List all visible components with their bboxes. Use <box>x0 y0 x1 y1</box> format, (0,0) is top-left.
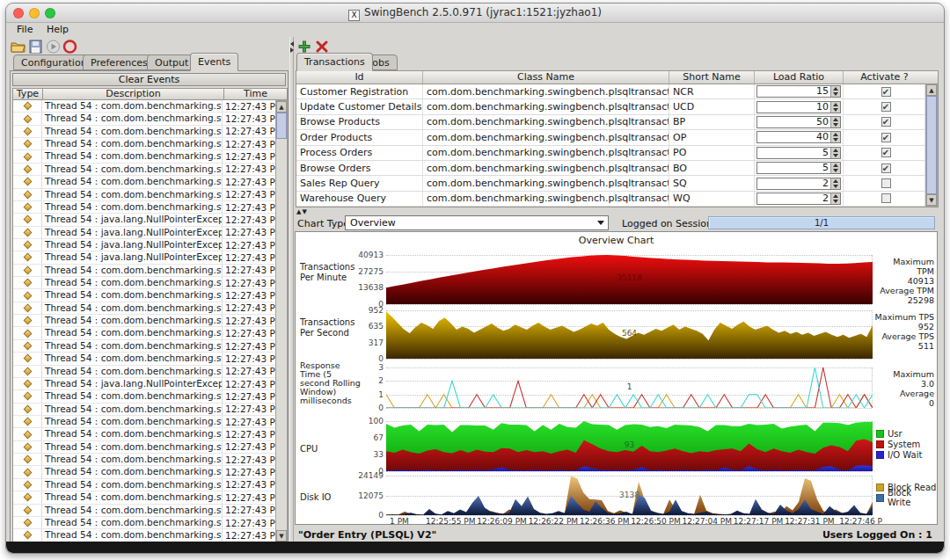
horizontal-splitter-arrows[interactable]: ▲▼ <box>296 208 308 215</box>
activate-checkbox[interactable]: ✔ <box>881 148 891 157</box>
load-ratio-spinner[interactable]: 2 <box>756 178 841 190</box>
event-row[interactable]: Thread 54 : com.dom.benchmarking.swingbe… <box>13 366 275 378</box>
zoom-button[interactable] <box>45 8 55 18</box>
event-row[interactable]: Thread 54 : com.dom.benchmarking.swingbe… <box>13 201 275 214</box>
event-row[interactable]: Thread 54 : com.dom.benchmarking.swingbe… <box>13 289 275 302</box>
event-row[interactable]: Thread 54 : com.dom.benchmarking.swingbe… <box>13 189 275 201</box>
event-row[interactable]: Thread 54 : java.lang.NullPointerExcepti… <box>13 251 275 264</box>
tab-output[interactable]: Output <box>147 55 196 70</box>
transactions-scrollbar-thumb[interactable] <box>926 96 937 194</box>
load-ratio-spinner[interactable]: 40 <box>756 131 841 143</box>
spinner-down-icon[interactable] <box>831 184 840 189</box>
vertical-splitter[interactable] <box>289 37 294 542</box>
load-ratio-spinner[interactable]: 50 <box>756 116 841 128</box>
spinner-down-icon[interactable] <box>831 137 840 142</box>
event-row[interactable]: Thread 54 : com.dom.benchmarking.swingbe… <box>13 327 275 339</box>
events-header-type[interactable]: Type <box>13 89 43 99</box>
tx-header-id[interactable]: Id <box>296 71 423 84</box>
activate-checkbox[interactable]: ✔ <box>881 164 891 173</box>
event-row[interactable]: Thread 54 : com.dom.benchmarking.swingbe… <box>13 353 275 365</box>
event-row[interactable]: Thread 54 : com.dom.benchmarking.swingbe… <box>13 428 275 440</box>
event-row[interactable]: Thread 54 : com.dom.benchmarking.swingbe… <box>13 454 275 466</box>
scroll-down-icon[interactable]: ▼ <box>926 194 937 206</box>
event-row[interactable]: Thread 54 : com.dom.benchmarking.swingbe… <box>13 340 275 353</box>
event-row[interactable]: Thread 54 : com.dom.benchmarking.swingbe… <box>13 100 275 113</box>
transaction-row[interactable]: Update Customer Detailscom.dom.benchmark… <box>296 99 938 114</box>
tx-header-ratio[interactable]: Load Ratio <box>755 71 844 84</box>
load-ratio-spinner[interactable]: 10 <box>756 101 841 113</box>
spinner-down-icon[interactable] <box>831 168 840 173</box>
activate-checkbox[interactable]: ✔ <box>881 102 891 112</box>
tab-preferences[interactable]: Preferences <box>83 55 156 70</box>
event-row[interactable]: Thread 54 : com.dom.benchmarking.swingbe… <box>13 138 275 150</box>
events-header-time[interactable]: Time <box>224 89 287 99</box>
event-row[interactable]: Thread 54 : com.dom.benchmarking.swingbe… <box>13 164 275 176</box>
load-ratio-spinner[interactable]: 15 <box>756 85 841 98</box>
event-row[interactable]: Thread 54 : com.dom.benchmarking.swingbe… <box>13 466 275 478</box>
event-row[interactable]: Thread 54 : com.dom.benchmarking.swingbe… <box>13 479 275 491</box>
events-scrollbar-thumb[interactable] <box>276 113 287 139</box>
activate-checkbox[interactable]: ✔ <box>881 87 891 97</box>
transaction-row[interactable]: Sales Rep Querycom.dom.benchmarking.swin… <box>296 176 938 191</box>
transaction-row[interactable]: Browse Orderscom.dom.benchmarking.swingb… <box>296 161 938 176</box>
event-row[interactable]: Thread 54 : com.dom.benchmarking.swingbe… <box>13 302 275 315</box>
spinner-down-icon[interactable] <box>831 107 840 113</box>
load-ratio-spinner[interactable]: 2 <box>756 193 841 205</box>
spinner-down-icon[interactable] <box>831 122 840 127</box>
event-row[interactable]: Thread 54 : java.lang.NullPointerExcepti… <box>13 214 275 226</box>
clear-events-button[interactable]: Clear Events <box>12 73 286 86</box>
event-row[interactable]: Thread 54 : com.dom.benchmarking.swingbe… <box>13 441 275 454</box>
event-row[interactable]: Thread 54 : java.lang.NullPointerExcepti… <box>13 227 275 239</box>
event-row[interactable]: Thread 54 : com.dom.benchmarking.swingbe… <box>13 315 275 327</box>
event-row[interactable]: Thread 54 : com.dom.benchmarking.swingbe… <box>13 491 275 504</box>
transaction-row[interactable]: Browse Productscom.dom.benchmarking.swin… <box>296 115 938 130</box>
events-header-description[interactable]: Description <box>43 89 224 99</box>
load-ratio-spinner[interactable]: 5 <box>756 162 841 174</box>
splitter-one-touch-arrows[interactable] <box>289 40 294 54</box>
event-row[interactable]: Thread 54 : java.lang.NullPointerExcepti… <box>13 239 275 251</box>
event-row[interactable]: Thread 54 : com.dom.benchmarking.swingbe… <box>13 176 275 188</box>
event-row[interactable]: Thread 54 : com.dom.benchmarking.swingbe… <box>13 277 275 289</box>
open-folder-icon[interactable] <box>11 40 26 54</box>
add-transaction-icon[interactable] <box>298 40 311 53</box>
activate-checkbox[interactable] <box>881 193 891 203</box>
spinner-down-icon[interactable] <box>831 91 840 97</box>
save-icon[interactable] <box>28 40 43 54</box>
spinner-down-icon[interactable] <box>831 153 840 158</box>
menu-help[interactable]: Help <box>41 23 74 36</box>
event-row[interactable]: Thread 54 : java.lang.NullPointerExcepti… <box>13 378 275 390</box>
spinner-down-icon[interactable] <box>831 199 840 204</box>
event-row[interactable]: Thread 54 : com.dom.benchmarking.swingbe… <box>13 529 275 542</box>
activate-checkbox[interactable]: ✔ <box>881 133 891 142</box>
minimize-button[interactable] <box>29 8 40 18</box>
event-row[interactable]: Thread 54 : com.dom.benchmarking.swingbe… <box>13 265 275 277</box>
menu-file[interactable]: File <box>11 23 38 36</box>
event-row[interactable]: Thread 54 : com.dom.benchmarking.swingbe… <box>13 517 275 529</box>
scroll-up-icon[interactable]: ▲ <box>276 101 287 113</box>
chart-type-select[interactable]: Overview <box>345 215 609 230</box>
load-ratio-spinner[interactable]: 5 <box>756 147 841 159</box>
close-button[interactable] <box>13 8 24 18</box>
transaction-row[interactable]: Customer Registrationcom.dom.benchmarkin… <box>296 84 938 99</box>
delete-transaction-icon[interactable] <box>316 40 328 53</box>
scroll-up-icon[interactable]: ▲ <box>926 84 937 96</box>
event-row[interactable]: Thread 54 : com.dom.benchmarking.swingbe… <box>13 505 275 517</box>
transaction-row[interactable]: Warehouse Querycom.dom.benchmarking.swin… <box>296 192 938 207</box>
scroll-down-icon[interactable]: ▼ <box>276 530 287 542</box>
activate-checkbox[interactable]: ✔ <box>881 117 891 127</box>
tx-header-class[interactable]: Class Name <box>423 71 669 84</box>
events-scrollbar[interactable]: ▲ ▼ <box>275 100 288 542</box>
tx-header-activate[interactable]: Activate ? <box>844 71 925 84</box>
transaction-row[interactable]: Order Productscom.dom.benchmarking.swing… <box>296 130 938 145</box>
transaction-row[interactable]: Process Orderscom.dom.benchmarking.swing… <box>296 146 938 161</box>
play-icon[interactable] <box>46 40 61 54</box>
stop-icon[interactable] <box>62 40 77 54</box>
transactions-scrollbar[interactable]: ▲ ▼ <box>925 84 938 207</box>
activate-checkbox[interactable] <box>881 178 891 188</box>
event-row[interactable]: Thread 54 : com.dom.benchmarking.swingbe… <box>13 416 275 428</box>
event-row[interactable]: Thread 54 : com.dom.benchmarking.swingbe… <box>13 113 275 125</box>
event-row[interactable]: Thread 54 : com.dom.benchmarking.swingbe… <box>13 390 275 403</box>
event-row[interactable]: Thread 54 : com.dom.benchmarking.swingbe… <box>13 150 275 163</box>
tab-events[interactable]: Events <box>190 53 238 71</box>
event-row[interactable]: Thread 54 : com.dom.benchmarking.swingbe… <box>13 126 275 138</box>
